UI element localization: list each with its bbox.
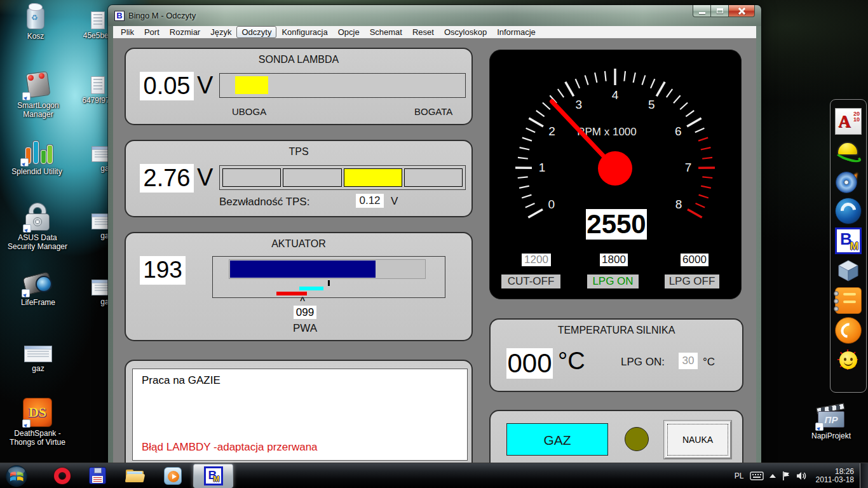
cutoff-rpm-value: 1200 — [522, 254, 551, 266]
minimize-button[interactable] — [693, 5, 711, 17]
lambda-voltage-value: 0.05 — [140, 72, 194, 100]
temperature-title: TEMPERATURA SILNIKA — [491, 325, 742, 336]
pwa-label: PWA — [288, 322, 322, 335]
aktuator-bar-frame — [212, 256, 445, 298]
dock-icon-bingo-m[interactable]: BM — [835, 227, 862, 254]
window-titlebar[interactable]: B Bingo M - Odczyty — [108, 5, 761, 26]
aktuator-bar-fill — [230, 261, 376, 278]
sonda-lambda-title: SONDA LAMBDA — [126, 54, 471, 65]
document-icon — [91, 76, 105, 94]
show-desktop-button[interactable] — [860, 463, 868, 488]
window-title: Bingo M - Odczyty — [128, 11, 196, 20]
dock-icon-sun-smiley[interactable]: ☀ — [835, 347, 862, 374]
desktop-icon-splendid[interactable]: Splendid Utility — [8, 135, 66, 176]
temperature-value: 000 — [506, 348, 553, 379]
aktuator-tick-marker — [328, 280, 330, 286]
clock[interactable]: 18:26 2011-03-18 — [816, 468, 855, 484]
bingo-m-icon: BM — [204, 466, 223, 485]
maximize-button[interactable] — [711, 5, 728, 17]
taskbar-opera-icon[interactable] — [53, 467, 71, 485]
menu-reset[interactable]: Reset — [407, 26, 439, 38]
dock-icon-hardhat-utility[interactable] — [835, 138, 862, 165]
deathspank-icon: DS — [23, 398, 52, 427]
dock-icon-virtualbox[interactable] — [835, 257, 862, 284]
dock-icon-autocad[interactable]: A2010 — [835, 108, 862, 135]
status-textbox[interactable]: Praca na GAZIE Błąd LAMBDY -adaptacja pr… — [132, 369, 468, 461]
status-error-line: Błąd LAMBDY -adaptacja przerwana — [142, 441, 318, 454]
keyboard-icon[interactable] — [750, 471, 764, 480]
lpg-off-label: LPG OFF — [665, 274, 719, 288]
tray-date: 2011-03-18 — [816, 476, 855, 484]
dock-icon-orange-media[interactable] — [835, 317, 862, 344]
menu-plik[interactable]: Plik — [116, 26, 139, 38]
start-button[interactable] — [5, 464, 28, 487]
menu-rozmiar[interactable]: Rozmiar — [165, 26, 205, 38]
svg-text:8: 8 — [675, 198, 682, 211]
menu-opcje[interactable]: Opcje — [333, 26, 365, 38]
aktuator-panel: AKTUATOR 193 ^ 099 PWA — [125, 232, 473, 341]
aktuator-cyan-marker — [299, 287, 323, 290]
svg-text:4: 4 — [612, 88, 619, 102]
tps-voltage-unit: V — [197, 164, 213, 191]
lambda-bar-indicator — [235, 76, 268, 94]
menu-jezyk[interactable]: Język — [205, 26, 236, 38]
temperature-panel: TEMPERATURA SILNIKA 000 °C LPG ON: 30 °C — [489, 318, 743, 392]
tps-voltage-value: 2.76 — [140, 164, 194, 193]
nauka-button-label: NAUKA — [667, 424, 728, 456]
menu-schemat[interactable]: Schemat — [365, 26, 407, 38]
app-window: B Bingo M - Odczyty Plik Port Rozmiar Ję… — [108, 5, 761, 488]
desktop-icon-asus-security[interactable]: ASUS Data Security Manager — [5, 203, 70, 251]
splendid-utility-icon — [22, 135, 52, 165]
document-icon — [91, 11, 105, 29]
tps-title: TPS — [126, 146, 471, 158]
lpg-off-rpm-value: 6000 — [681, 254, 709, 266]
shortcut-arrow-icon — [22, 92, 31, 100]
svg-text:7: 7 — [685, 161, 692, 174]
close-button[interactable] — [728, 5, 755, 17]
menu-informacje[interactable]: Informacje — [492, 26, 541, 38]
padlock-icon — [24, 203, 51, 231]
taskbar-bingo-m-button-active[interactable]: BM — [193, 464, 233, 488]
taskbar-explorer-icon[interactable] — [126, 467, 144, 485]
menu-odczyty[interactable]: Odczyty — [236, 26, 276, 38]
camera-icon — [23, 269, 53, 296]
lambda-scale-left: UBOGA — [232, 106, 266, 117]
dock-icon-blue-swirl[interactable] — [835, 198, 862, 224]
shortcut-arrow-icon — [22, 419, 31, 428]
desktop-icon-napiprojekt[interactable]: ΠP NapiProjekt — [798, 404, 864, 440]
action-center-flag-icon[interactable] — [782, 471, 790, 481]
dock-icon-notebook[interactable] — [835, 287, 862, 314]
taskbar: BM PL 18:26 2011-03-18 — [0, 463, 868, 488]
rpm-value-display: 2550 — [586, 209, 647, 240]
desktop-icon-gaz[interactable]: gaz — [9, 346, 67, 373]
dock-icon-disc-burner[interactable] — [835, 168, 862, 194]
tps-segment-3-active — [344, 168, 402, 187]
volume-icon[interactable] — [796, 471, 808, 481]
menu-port[interactable]: Port — [139, 26, 165, 38]
hidden-icons-chevron[interactable] — [770, 471, 776, 478]
gaz-button[interactable]: GAZ — [506, 423, 608, 456]
cube-icon — [836, 259, 860, 283]
aktuator-bar — [229, 259, 426, 279]
desktop-icon-smartlogon[interactable]: SmartLogon Manager — [9, 70, 67, 119]
opera-icon — [54, 468, 71, 484]
lpg-on-temp-value[interactable]: 30 — [679, 353, 698, 369]
desktop-icon-recycle-bin[interactable]: ♻ Kosz — [13, 3, 58, 41]
svg-text:5: 5 — [648, 98, 655, 111]
tps-panel: TPS 2.76 V Bezwładność TPS: 0.12 V — [125, 140, 473, 217]
desktop-icon-lifeframe[interactable]: LifeFrame — [9, 269, 67, 307]
recycle-bin-icon: ♻ — [25, 3, 46, 30]
floppy-icon — [89, 467, 106, 484]
menu-konfiguracja[interactable]: Konfiguracja — [276, 26, 332, 38]
rpm-needle-hub — [598, 151, 632, 186]
system-tray: PL 18:26 2011-03-18 — [735, 463, 854, 488]
svg-text:0: 0 — [548, 198, 555, 211]
taskbar-save-icon[interactable] — [89, 467, 107, 485]
nauka-button[interactable]: NAUKA — [664, 421, 731, 459]
desktop-icon-deathspank[interactable]: DS DeathSpank - Thongs of Virtue — [6, 398, 69, 447]
language-indicator[interactable]: PL — [735, 471, 744, 480]
rpm-gauge-panel: RPM x 1000 012345678 2550 1200 1800 6000… — [489, 50, 742, 299]
taskbar-media-player-icon[interactable] — [164, 467, 182, 485]
menu-oscyloskop[interactable]: Oscyloskop — [439, 26, 492, 38]
shortcut-arrow-icon — [22, 289, 30, 297]
